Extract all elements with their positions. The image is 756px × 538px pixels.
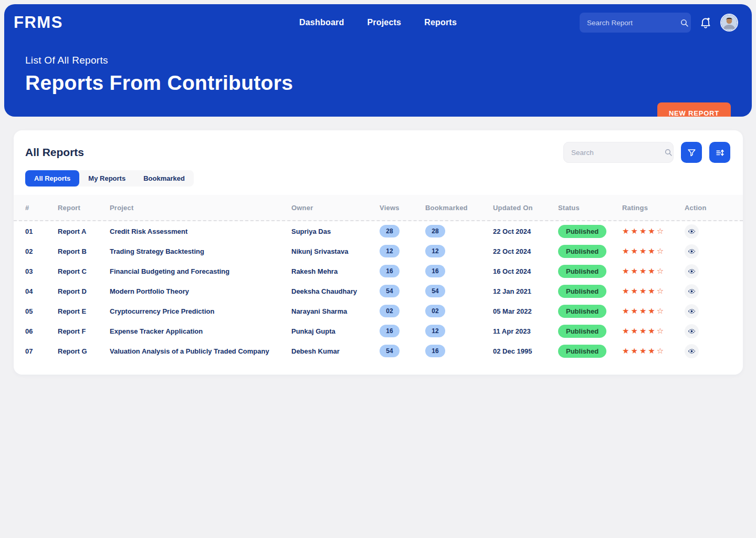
table-row: 04 Report D Modern Portfolio Theory Deek… xyxy=(14,281,743,301)
reports-table: # Report Project Owner Views Bookmarked … xyxy=(14,195,743,361)
eye-icon xyxy=(688,227,696,235)
table-search-input[interactable] xyxy=(571,149,664,157)
eye-icon xyxy=(688,247,696,255)
col-header-bookmarked: Bookmarked xyxy=(425,204,493,212)
view-action-button[interactable] xyxy=(685,264,699,278)
bookmarked-badge: 12 xyxy=(425,245,445,257)
tab-all-reports[interactable]: All Reports xyxy=(25,170,79,187)
filter-button[interactable] xyxy=(681,142,702,163)
col-header-report: Report xyxy=(58,204,110,212)
cell-owner: Rakesh Mehra xyxy=(291,267,380,275)
eye-icon xyxy=(688,267,696,275)
col-header-updated: Updated On xyxy=(493,204,558,212)
cell-project: Cryptocurrency Price Prediction xyxy=(110,307,291,315)
view-action-button[interactable] xyxy=(685,244,699,258)
table-row: 01 Report A Credit Risk Assessment Supri… xyxy=(14,221,743,241)
card-toolbar: All Reports xyxy=(14,130,743,163)
hero-panel: FRMS Dashboard Projects Reports xyxy=(4,4,752,117)
tab-my-reports[interactable]: My Reports xyxy=(79,170,134,187)
header-search-input[interactable] xyxy=(587,19,680,27)
rating-stars: ★★★★☆ xyxy=(622,286,685,296)
cell-project: Financial Budgeting and Forecasting xyxy=(110,267,291,275)
sort-button[interactable] xyxy=(709,142,730,163)
bookmarked-badge: 54 xyxy=(425,285,445,297)
rating-stars: ★★★★☆ xyxy=(622,306,685,316)
col-header-action: Action xyxy=(685,204,743,212)
view-action-button[interactable] xyxy=(685,304,699,318)
nav-links: Dashboard Projects Reports xyxy=(299,18,457,27)
tab-bookmarked[interactable]: Bookmarked xyxy=(134,170,194,187)
rating-stars: ★★★★☆ xyxy=(622,246,685,256)
search-icon[interactable] xyxy=(680,18,689,27)
status-badge: Published xyxy=(558,225,606,238)
rating-stars: ★★★★☆ xyxy=(622,226,685,236)
report-tabs: All Reports My Reports Bookmarked xyxy=(25,170,194,187)
nav-item-reports[interactable]: Reports xyxy=(424,18,457,27)
view-action-button[interactable] xyxy=(685,324,699,338)
cell-updated-on: 22 Oct 2024 xyxy=(493,247,558,255)
cell-owner: Supriya Das xyxy=(291,227,380,235)
table-row: 03 Report C Financial Budgeting and Fore… xyxy=(14,261,743,281)
card-tools xyxy=(563,142,730,163)
eye-icon xyxy=(688,327,696,335)
eye-icon xyxy=(688,287,696,295)
sort-icon xyxy=(715,148,725,158)
cell-updated-on: 12 Jan 2021 xyxy=(493,287,558,295)
status-badge: Published xyxy=(558,305,606,318)
cell-num: 02 xyxy=(25,247,58,255)
cell-report: Report C xyxy=(58,267,110,275)
cell-owner: Debesh Kumar xyxy=(291,347,380,355)
cell-num: 04 xyxy=(25,287,58,295)
cell-report: Report E xyxy=(58,307,110,315)
cell-project: Expense Tracker Application xyxy=(110,327,291,335)
page-title: Reports From Contributors xyxy=(25,71,731,95)
new-report-button[interactable]: NEW REPORT xyxy=(657,102,731,117)
view-action-button[interactable] xyxy=(685,344,699,358)
table-row: 05 Report E Cryptocurrency Price Predict… xyxy=(14,301,743,321)
col-header-views: Views xyxy=(380,204,425,212)
cell-project: Valuation Analysis of a Publicly Traded … xyxy=(110,347,291,355)
user-avatar[interactable] xyxy=(720,14,738,32)
cell-owner: Deeksha Chaudhary xyxy=(291,287,380,295)
table-header-row: # Report Project Owner Views Bookmarked … xyxy=(14,195,743,221)
cell-report: Report B xyxy=(58,247,110,255)
views-badge: 02 xyxy=(380,305,400,317)
card-heading: All Reports xyxy=(25,146,84,159)
search-icon[interactable] xyxy=(664,148,673,157)
nav-item-projects[interactable]: Projects xyxy=(367,18,401,27)
eye-icon xyxy=(688,347,696,355)
col-header-project: Project xyxy=(110,204,291,212)
cell-report: Report F xyxy=(58,327,110,335)
rating-stars: ★★★★☆ xyxy=(622,266,685,276)
cell-report: Report G xyxy=(58,347,110,355)
views-badge: 16 xyxy=(380,265,400,277)
header-search-box xyxy=(580,13,691,33)
view-action-button[interactable] xyxy=(685,284,699,298)
nav-right-cluster xyxy=(580,13,738,33)
table-search-box xyxy=(563,142,674,163)
view-action-button[interactable] xyxy=(685,224,699,239)
col-header-num: # xyxy=(25,204,58,212)
cell-owner: Narayani Sharma xyxy=(291,307,380,315)
status-badge: Published xyxy=(558,325,606,338)
cell-project: Trading Strategy Backtesting xyxy=(110,247,291,255)
cell-owner: Punkaj Gupta xyxy=(291,327,380,335)
bookmarked-badge: 28 xyxy=(425,225,445,237)
notification-bell-icon[interactable] xyxy=(699,16,712,29)
status-badge: Published xyxy=(558,285,606,298)
cell-project: Modern Portfolio Theory xyxy=(110,287,291,295)
status-badge: Published xyxy=(558,245,606,258)
cell-report: Report A xyxy=(58,227,110,235)
cell-updated-on: 02 Dec 1995 xyxy=(493,347,558,355)
cell-updated-on: 16 Oct 2024 xyxy=(493,267,558,275)
cell-project: Credit Risk Assessment xyxy=(110,227,291,235)
views-badge: 16 xyxy=(380,325,400,337)
hero-body: List Of All Reports Reports From Contrib… xyxy=(4,41,752,95)
reports-card: All Reports xyxy=(14,130,743,375)
bookmarked-badge: 16 xyxy=(425,345,445,357)
rating-stars: ★★★★☆ xyxy=(622,346,685,356)
table-row: 07 Report G Valuation Analysis of a Publ… xyxy=(14,341,743,361)
cell-num: 03 xyxy=(25,267,58,275)
table-body: 01 Report A Credit Risk Assessment Supri… xyxy=(14,221,743,361)
nav-item-dashboard[interactable]: Dashboard xyxy=(299,18,344,27)
